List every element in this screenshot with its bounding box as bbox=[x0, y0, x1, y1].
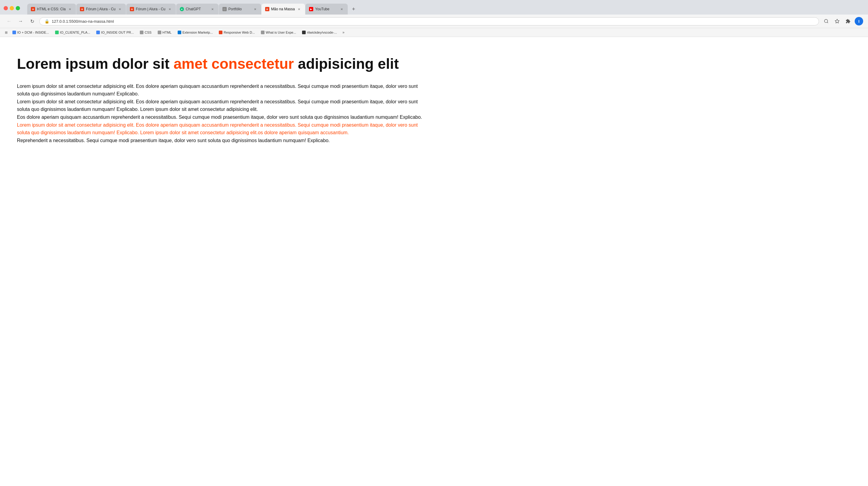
tab-mao-na-massa[interactable]: a Mão na Massa ✕ bbox=[261, 4, 305, 15]
tab-mao-na-massa-label: Mão na Massa bbox=[271, 7, 295, 11]
tab-portfolio-label: Portfólio bbox=[228, 7, 251, 11]
bookmark-io-dcm[interactable]: IO + DCM - INSIDE... bbox=[10, 30, 52, 35]
tab-mao-na-massa-close[interactable]: ✕ bbox=[297, 7, 302, 11]
minimize-button[interactable] bbox=[10, 6, 14, 10]
page-content: Lorem ipsum dolor sit amet consectetur a… bbox=[0, 37, 868, 486]
tab-youtube-close[interactable]: ✕ bbox=[339, 7, 344, 11]
zoom-button[interactable] bbox=[822, 17, 831, 25]
bookmark-io-inside-out-label: IO_INSIDE OUT PR... bbox=[101, 31, 134, 34]
tab-html-css-label: HTML e CSS: Cla bbox=[37, 7, 66, 11]
tab-forum-1-icon: a bbox=[80, 7, 84, 11]
bookmark-io-dcm-label: IO + DCM - INSIDE... bbox=[17, 31, 49, 34]
bookmark-html[interactable]: HTML bbox=[155, 30, 174, 35]
tab-forum-2-label: Fórum | Alura - Cu bbox=[136, 7, 165, 11]
tabs-bar: a HTML e CSS: Cla ✕ a Fórum | Alura - Cu… bbox=[27, 4, 868, 15]
bookmarks-more-button[interactable]: » bbox=[340, 29, 346, 35]
tab-portfolio-icon: □ bbox=[222, 7, 227, 11]
bookmark-extension-icon bbox=[178, 31, 181, 34]
close-button[interactable] bbox=[4, 6, 8, 10]
maximize-button[interactable] bbox=[16, 6, 20, 10]
lock-icon: 🔒 bbox=[44, 19, 49, 24]
title-bar: a HTML e CSS: Cla ✕ a Fórum | Alura - Cu… bbox=[0, 0, 868, 15]
heading-part2: adipisicing elit bbox=[294, 56, 399, 72]
tab-forum-1-close[interactable]: ✕ bbox=[117, 7, 122, 11]
bookmark-css[interactable]: CSS bbox=[137, 30, 154, 35]
bookmark-ritwickdey-label: ritwickdey/vscode-... bbox=[307, 31, 337, 34]
browser-window: a HTML e CSS: Cla ✕ a Fórum | Alura - Cu… bbox=[0, 0, 868, 486]
bookmark-responsive-icon bbox=[219, 31, 222, 34]
tab-chatgpt-label: ChatGPT bbox=[186, 7, 208, 11]
svg-point-0 bbox=[825, 19, 828, 23]
tab-mao-na-massa-icon: a bbox=[265, 7, 269, 11]
tab-forum-alura-2[interactable]: a Fórum | Alura - Cu ✕ bbox=[126, 4, 176, 15]
paragraph-5: Reprehenderit a necessitatibus. Sequi cu… bbox=[17, 137, 423, 145]
heading-separator bbox=[207, 56, 211, 72]
heading-part1: Lorem ipsum dolor sit bbox=[17, 56, 174, 72]
toolbar: ← → ↻ 🔒 127.0.0.1:5500/mao-na-massa.html bbox=[0, 15, 868, 28]
paragraph-4: Lorem ipsum dolor sit amet consectetur a… bbox=[17, 121, 423, 137]
paragraph-3: Eos dolore aperiam quisquam accusantium … bbox=[17, 113, 423, 121]
bookmark-io-cliente-icon bbox=[55, 31, 59, 34]
tab-portfolio[interactable]: □ Portfólio ✕ bbox=[219, 4, 261, 15]
tab-html-css[interactable]: a HTML e CSS: Cla ✕ bbox=[27, 4, 76, 15]
tab-portfolio-close[interactable]: ✕ bbox=[253, 7, 257, 11]
bookmark-ritwickdey[interactable]: ritwickdey/vscode-... bbox=[300, 30, 339, 35]
tab-html-css-close[interactable]: ✕ bbox=[67, 7, 72, 11]
heading-highlight2: consectetur bbox=[212, 56, 294, 72]
bookmarks-bar: ⊞ IO + DCM - INSIDE... IO_CLIENTE_PLA...… bbox=[0, 28, 868, 37]
bookmark-io-inside-out-icon bbox=[96, 31, 100, 34]
url-text: 127.0.0.1:5500/mao-na-massa.html bbox=[52, 19, 814, 24]
bookmark-user-expe-label: What is User Expe... bbox=[266, 31, 296, 34]
svg-marker-2 bbox=[835, 19, 839, 23]
bookmark-css-label: CSS bbox=[145, 31, 152, 34]
bookmark-user-expe[interactable]: What is User Expe... bbox=[258, 30, 299, 35]
page-heading: Lorem ipsum dolor sit amet consectetur a… bbox=[17, 55, 851, 73]
bookmark-io-cliente[interactable]: IO_CLIENTE_PLA... bbox=[53, 30, 93, 35]
toolbar-right: I bbox=[822, 17, 863, 25]
bookmark-io-dcm-icon bbox=[12, 31, 16, 34]
tab-forum-2-icon: a bbox=[130, 7, 134, 11]
svg-line-1 bbox=[827, 22, 828, 23]
tab-forum-1-label: Fórum | Alura - Cu bbox=[86, 7, 116, 11]
tab-html-css-icon: a bbox=[31, 7, 35, 11]
paragraph-1: Lorem ipsum dolor sit amet consectetur a… bbox=[17, 82, 423, 98]
tab-youtube-icon: ▶ bbox=[309, 7, 313, 11]
tab-youtube[interactable]: ▶ YouTube ✕ bbox=[305, 4, 348, 15]
forward-button[interactable]: → bbox=[17, 17, 25, 25]
bookmark-css-icon bbox=[140, 31, 144, 34]
tab-youtube-label: YouTube bbox=[315, 7, 337, 11]
bookmark-html-label: HTML bbox=[162, 31, 172, 34]
bookmark-responsive-label: Responsive Web D... bbox=[224, 31, 255, 34]
apps-icon[interactable]: ⊞ bbox=[5, 31, 7, 34]
new-tab-button[interactable]: + bbox=[348, 4, 359, 15]
paragraph-2: Lorem ipsum dolor sit amet consectetur a… bbox=[17, 98, 423, 113]
bookmark-extension-label: Extension Marketp... bbox=[183, 31, 213, 34]
bookmark-io-inside-out[interactable]: IO_INSIDE OUT PR... bbox=[94, 30, 136, 35]
tab-chatgpt-close[interactable]: ✕ bbox=[210, 7, 215, 11]
bookmark-io-cliente-label: IO_CLIENTE_PLA... bbox=[60, 31, 90, 34]
bookmark-ritwickdey-icon bbox=[302, 31, 306, 34]
reload-button[interactable]: ↻ bbox=[28, 17, 36, 25]
bookmark-button[interactable] bbox=[833, 17, 841, 25]
tab-chatgpt-icon: ● bbox=[180, 7, 184, 11]
back-button[interactable]: ← bbox=[5, 17, 13, 25]
bookmark-html-icon bbox=[158, 31, 161, 34]
traffic-lights bbox=[0, 6, 27, 15]
heading-highlight1: amet bbox=[174, 56, 207, 72]
page-body: Lorem ipsum dolor sit amet consectetur a… bbox=[17, 82, 423, 145]
profile-button[interactable]: I bbox=[855, 17, 863, 25]
extensions-button[interactable] bbox=[844, 17, 852, 25]
address-bar[interactable]: 🔒 127.0.0.1:5500/mao-na-massa.html bbox=[39, 17, 819, 25]
bookmark-user-expe-icon bbox=[261, 31, 265, 34]
tab-forum-2-close[interactable]: ✕ bbox=[167, 7, 172, 11]
bookmark-responsive[interactable]: Responsive Web D... bbox=[216, 30, 257, 35]
tab-chatgpt[interactable]: ● ChatGPT ✕ bbox=[176, 4, 218, 15]
bookmark-extension[interactable]: Extension Marketp... bbox=[175, 30, 215, 35]
tab-forum-alura-1[interactable]: a Fórum | Alura - Cu ✕ bbox=[76, 4, 126, 15]
